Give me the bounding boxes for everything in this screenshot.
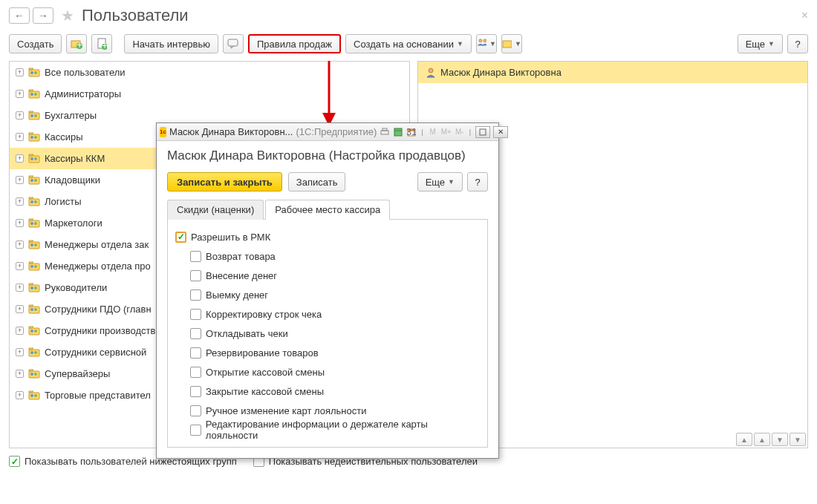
tree-item[interactable]: +Все пользователи: [10, 62, 409, 83]
svg-rect-16: [394, 128, 402, 136]
svg-text:31: 31: [407, 128, 416, 137]
expand-icon[interactable]: +: [16, 348, 24, 356]
allow-rmk-checkbox[interactable]: ✓: [175, 232, 186, 243]
dialog-close-button[interactable]: ✕: [493, 126, 508, 138]
dialog-calc-icon[interactable]: [393, 127, 403, 137]
permission-label: Корректировку строк чека: [206, 309, 322, 320]
tab-cashier-workplace[interactable]: Рабочее место кассира: [265, 200, 390, 220]
folder-people-icon: [28, 347, 40, 357]
expand-icon[interactable]: +: [16, 370, 24, 378]
dialog-help-button[interactable]: ?: [467, 172, 488, 192]
sales-rules-button[interactable]: Правила продаж: [248, 34, 341, 53]
page-title: Пользователи: [82, 6, 189, 25]
permission-label: Резервирование товаров: [206, 347, 319, 359]
folder-people-icon: [28, 131, 40, 142]
dropdown-arrow-icon: ▼: [457, 40, 463, 48]
folder-people-icon: [28, 196, 40, 206]
expand-icon[interactable]: +: [16, 284, 24, 292]
dialog-minimize-button[interactable]: [475, 126, 490, 138]
folder-people-icon: [28, 282, 40, 292]
expand-icon[interactable]: +: [16, 262, 24, 270]
expand-icon[interactable]: +: [16, 305, 24, 313]
save-button[interactable]: Записать: [288, 172, 346, 192]
list-nav-down[interactable]: ▼: [772, 433, 788, 446]
seller-settings-dialog: 1c Масюк Динара Викторовн... (1С:Предпри…: [156, 122, 499, 459]
tree-item-label: Кассиры ККМ: [45, 153, 105, 164]
favorite-star-icon[interactable]: ★: [61, 7, 74, 24]
tree-item-label: Сотрудники сервисной: [45, 347, 146, 358]
permission-checkbox[interactable]: [190, 328, 201, 339]
svg-rect-21: [480, 129, 486, 135]
svg-rect-14: [381, 131, 388, 134]
group-action-button[interactable]: ▼: [476, 34, 497, 53]
selected-user-row[interactable]: Масюк Динара Викторовна: [418, 62, 807, 83]
permission-checkbox[interactable]: [190, 251, 201, 262]
start-interview-button[interactable]: Начать интервью: [124, 34, 218, 53]
permission-label: Открытие кассовой смены: [206, 367, 325, 378]
folder-action-button[interactable]: ▼: [501, 34, 522, 53]
nav-forward-button[interactable]: →: [33, 7, 53, 24]
folder-people-icon: [28, 304, 40, 314]
help-button[interactable]: ?: [787, 34, 808, 53]
permission-label: Редактирование информации о держателе ка…: [206, 419, 480, 441]
expand-icon[interactable]: +: [16, 327, 24, 335]
tree-item-label: Кассиры: [45, 131, 83, 143]
expand-icon[interactable]: +: [16, 391, 24, 399]
expand-icon[interactable]: +: [16, 111, 24, 120]
expand-icon[interactable]: +: [16, 197, 24, 206]
permission-checkbox[interactable]: [190, 405, 201, 416]
create-based-on-button[interactable]: Создать на основании ▼: [345, 34, 472, 53]
expand-icon[interactable]: +: [16, 176, 24, 184]
svg-text:+: +: [102, 40, 108, 50]
list-nav-first[interactable]: ▲: [736, 433, 752, 446]
create-item-button[interactable]: +: [91, 34, 112, 53]
dialog-more-button[interactable]: Еще ▼: [417, 172, 463, 192]
close-page-button[interactable]: ×: [801, 9, 808, 22]
folder-people-icon: [28, 174, 40, 185]
dialog-heading: Масюк Динара Викторовна (Настройка прода…: [167, 148, 488, 163]
allow-rmk-label: Разрешить в РМК: [191, 232, 270, 243]
tree-item-label: Маркетологи: [45, 217, 102, 229]
tree-item[interactable]: +Администраторы: [10, 83, 409, 105]
selected-user-name: Масюк Динара Викторовна: [440, 67, 562, 78]
folder-people-icon: [28, 368, 40, 379]
permission-checkbox[interactable]: [190, 289, 201, 301]
create-button[interactable]: Создать: [9, 34, 62, 53]
dialog-calendar-icon[interactable]: 31: [406, 127, 417, 137]
dialog-m-button[interactable]: M: [428, 127, 438, 137]
dialog-print-icon[interactable]: [380, 127, 390, 137]
dialog-mplus-button[interactable]: M+: [441, 127, 452, 137]
permission-checkbox[interactable]: [190, 270, 201, 281]
expand-icon[interactable]: +: [16, 90, 24, 98]
permission-label: Ручное изменение карт лояльности: [206, 405, 366, 416]
permission-checkbox[interactable]: [190, 309, 201, 320]
tree-item-label: Администраторы: [45, 88, 121, 99]
tab-discounts[interactable]: Скидки (наценки): [167, 200, 264, 220]
tree-item-label: Сотрудники ПДО (главн: [45, 304, 152, 315]
permission-checkbox[interactable]: [190, 367, 201, 378]
permission-checkbox[interactable]: [190, 425, 201, 436]
folder-people-icon: [28, 325, 40, 336]
permission-checkbox[interactable]: [190, 386, 201, 397]
dialog-mminus-button[interactable]: M-: [455, 127, 465, 137]
more-button[interactable]: Еще ▼: [738, 34, 783, 53]
list-nav-up[interactable]: ▲: [754, 433, 770, 446]
tree-item-label: Все пользователи: [45, 67, 126, 78]
comment-button[interactable]: [223, 34, 244, 53]
show-subgroup-users-checkbox[interactable]: ✓: [9, 456, 20, 467]
folder-people-icon: [28, 153, 40, 163]
expand-icon[interactable]: +: [16, 133, 24, 141]
create-folder-button[interactable]: +: [66, 34, 87, 53]
app-1c-icon: 1c: [160, 127, 166, 137]
permission-checkbox[interactable]: [190, 347, 201, 359]
expand-icon[interactable]: +: [16, 68, 24, 76]
permission-label: Закрытие кассовой смены: [206, 386, 324, 397]
expand-icon[interactable]: +: [16, 154, 24, 163]
folder-people-icon: [28, 239, 40, 249]
list-nav-last[interactable]: ▼: [790, 433, 806, 446]
save-and-close-button[interactable]: Записать и закрыть: [167, 172, 282, 192]
expand-icon[interactable]: +: [16, 240, 24, 249]
folder-people-icon: [28, 261, 40, 271]
nav-back-button[interactable]: ←: [9, 7, 30, 24]
expand-icon[interactable]: +: [16, 219, 24, 227]
